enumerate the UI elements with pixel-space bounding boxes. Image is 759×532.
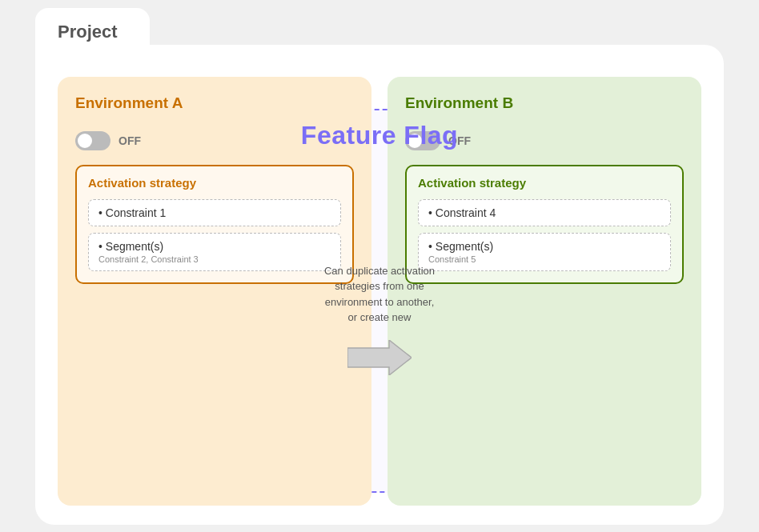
svg-marker-0 [347, 340, 412, 375]
project-tab: Project [35, 8, 150, 46]
feature-flag-label: Feature Flag [35, 121, 724, 150]
constraint-label-b-2: Segment(s) [436, 240, 493, 253]
constraint-item-b-1: • Constraint 4 [418, 199, 671, 226]
constraint-sub-b-2: Constraint 5 [428, 254, 661, 264]
constraint-label-a-2: Segment(s) [106, 240, 163, 253]
constraint-item-a-1: • Constraint 1 [88, 199, 341, 226]
activation-title-a: Activation strategy [88, 176, 341, 190]
environment-a-title: Environment A [75, 94, 354, 112]
project-tab-label: Project [58, 22, 118, 42]
environment-b-title: Environment B [405, 94, 684, 112]
constraint-label-b-1: Constraint 4 [436, 206, 496, 219]
activation-box-b: Activation strategy • Constraint 4 • Seg… [405, 165, 684, 284]
main-content: Feature Flag Environment A OFF Activatio… [35, 45, 724, 525]
constraint-bullet: • [98, 206, 106, 219]
activation-box-a: Activation strategy • Constraint 1 • Seg… [75, 165, 354, 284]
constraint-bullet-2: • [98, 240, 106, 253]
constraint-item-b-2: • Segment(s) Constraint 5 [418, 233, 671, 271]
constraint-item-a-2: • Segment(s) Constraint 2, Constraint 3 [88, 233, 341, 271]
arrow-icon [347, 340, 412, 375]
activation-title-b: Activation strategy [418, 176, 671, 190]
constraint-sub-a-2: Constraint 2, Constraint 3 [98, 254, 331, 264]
constraint-label-a-1: Constraint 1 [106, 206, 166, 219]
arrow-description: Can duplicate activation strategies from… [323, 263, 436, 326]
